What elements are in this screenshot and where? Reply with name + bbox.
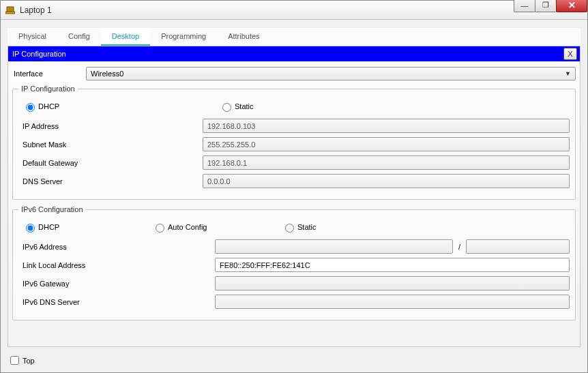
- ipv6-radio-row: DHCP Auto Config Static: [18, 222, 570, 233]
- ipv4-legend: IP Configuration: [18, 85, 78, 93]
- dns-server-row: DNS Server: [18, 174, 570, 188]
- tab-config[interactable]: Config: [57, 28, 101, 46]
- ipv4-radio-row: DHCP Static: [18, 101, 570, 112]
- dns-server-input: [203, 174, 570, 188]
- ipv6-dns-label: IPv6 DNS Server: [18, 298, 215, 306]
- laptop-icon: [5, 5, 16, 16]
- ipv6-static-radio[interactable]: Static: [282, 222, 411, 233]
- ipv6-dhcp-input[interactable]: [26, 224, 35, 233]
- ipv6-dhcp-label: DHCP: [38, 223, 59, 231]
- panel-title: IP Configuration: [12, 50, 563, 58]
- ipv4-fieldset: IP Configuration DHCP Static IP Address: [12, 85, 576, 200]
- panel-titlebar: IP Configuration X: [8, 46, 580, 61]
- link-local-label: Link Local Address: [18, 261, 215, 269]
- interface-label: Interface: [12, 70, 86, 78]
- ipv6-dhcp-radio[interactable]: DHCP: [23, 222, 152, 233]
- ipv6-gateway-label: IPv6 Gateway: [18, 280, 215, 288]
- panel-close-button[interactable]: X: [563, 48, 577, 60]
- tabs: Physical Config Desktop Programming Attr…: [8, 28, 580, 46]
- ipv6-static-label: Static: [297, 223, 317, 231]
- ipv4-dhcp-radio[interactable]: DHCP: [23, 101, 203, 112]
- tab-programming[interactable]: Programming: [150, 28, 217, 46]
- top-checkbox[interactable]: [10, 356, 19, 365]
- panel: IP Configuration X Interface Wireless0 I…: [8, 46, 580, 347]
- titlebar[interactable]: Laptop 1 — ❐ ✕: [1, 1, 587, 20]
- interface-dropdown[interactable]: Wireless0: [86, 67, 576, 80]
- subnet-mask-row: Subnet Mask: [18, 137, 570, 151]
- default-gateway-row: Default Gateway: [18, 155, 570, 170]
- ipv4-static-label: Static: [235, 102, 254, 110]
- link-local-input[interactable]: [215, 258, 570, 272]
- ip-address-label: IP Address: [18, 122, 203, 130]
- top-label: Top: [23, 357, 35, 365]
- tab-attributes[interactable]: Attributes: [217, 28, 270, 46]
- ipv6-prefix-sep: /: [453, 243, 466, 251]
- ipv6-address-input: [215, 239, 453, 254]
- close-button[interactable]: ✕: [556, 0, 587, 12]
- minimize-button[interactable]: —: [514, 0, 535, 12]
- interface-row: Interface Wireless0: [12, 67, 576, 80]
- ipv6-auto-radio[interactable]: Auto Config: [152, 222, 282, 233]
- ipv6-gateway-input: [215, 276, 570, 290]
- ipv6-dns-row: IPv6 DNS Server: [18, 295, 570, 309]
- default-gateway-label: Default Gateway: [18, 159, 203, 167]
- tab-desktop[interactable]: Desktop: [101, 28, 150, 46]
- svg-rect-1: [5, 12, 15, 14]
- ipv6-gateway-row: IPv6 Gateway: [18, 276, 570, 290]
- subnet-mask-input: [203, 137, 570, 151]
- ipv6-address-row: IPv6 Address /: [18, 239, 570, 254]
- ipv6-auto-label: Auto Config: [168, 223, 207, 231]
- ipv4-dhcp-input[interactable]: [26, 103, 35, 112]
- tab-physical[interactable]: Physical: [8, 28, 57, 46]
- dns-server-label: DNS Server: [18, 177, 203, 185]
- panel-body: Interface Wireless0 IP Configuration DHC…: [8, 61, 580, 346]
- ipv6-prefix-input: [466, 239, 570, 254]
- ipv6-address-label: IPv6 Address: [18, 243, 215, 251]
- ipv6-static-input[interactable]: [285, 224, 294, 233]
- ipv6-auto-input[interactable]: [156, 224, 164, 233]
- footer: Top: [8, 354, 35, 367]
- ipv4-static-input[interactable]: [222, 103, 231, 112]
- link-local-row: Link Local Address: [18, 258, 570, 272]
- ipv6-dns-input: [215, 295, 570, 309]
- svg-rect-0: [7, 7, 14, 12]
- ipv4-static-radio[interactable]: Static: [219, 101, 254, 112]
- ip-address-row: IP Address: [18, 119, 570, 133]
- ipv4-dhcp-label: DHCP: [38, 102, 59, 110]
- window-controls: — ❐ ✕: [514, 0, 587, 12]
- ip-address-input: [203, 119, 570, 133]
- maximize-button[interactable]: ❐: [535, 0, 557, 12]
- window-title: Laptop 1: [20, 5, 52, 15]
- subnet-mask-label: Subnet Mask: [18, 140, 203, 149]
- default-gateway-input: [203, 155, 570, 170]
- ipv6-legend: IPv6 Configuration: [18, 205, 86, 213]
- content-area: Physical Config Desktop Programming Attr…: [1, 20, 587, 354]
- app-window: Laptop 1 — ❐ ✕ Physical Config Desktop P…: [0, 0, 588, 373]
- ipv6-fieldset: IPv6 Configuration DHCP Auto Config: [12, 205, 576, 320]
